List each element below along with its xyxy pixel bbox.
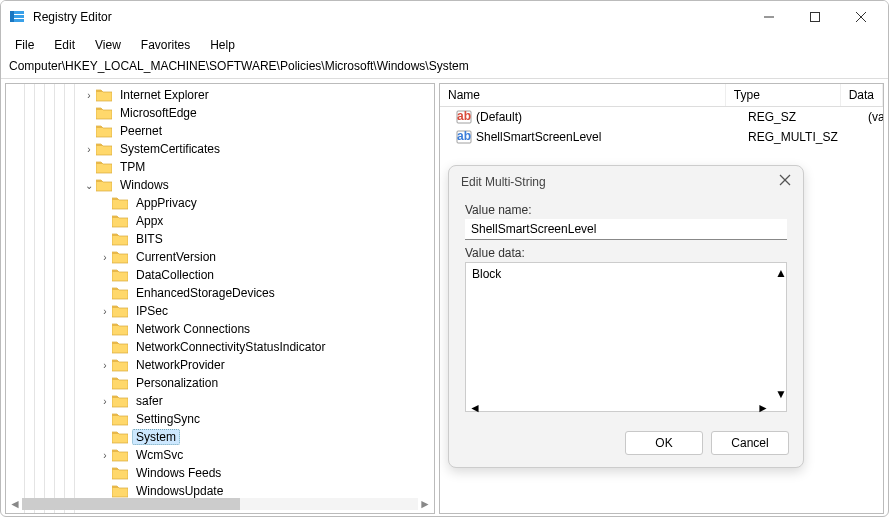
address-bar[interactable]: Computer\HKEY_LOCAL_MACHINE\SOFTWARE\Pol… [1, 57, 888, 79]
list-header: Name Type Data [440, 84, 883, 107]
tree-item-label: Network Connections [132, 321, 254, 337]
menu-file[interactable]: File [5, 36, 44, 54]
scroll-right-icon[interactable]: ► [757, 401, 769, 415]
folder-icon [112, 214, 128, 228]
value-name: ShellSmartScreenLevel [476, 130, 601, 144]
tree-item[interactable]: Peernet [6, 122, 434, 140]
chevron-right-icon[interactable]: › [98, 396, 112, 407]
textarea-vertical-scrollbar[interactable]: ▲ ▼ [773, 266, 785, 395]
tree-item[interactable]: ›safer [6, 392, 434, 410]
tree-item-label: EnhancedStorageDevices [132, 285, 279, 301]
value-icon: ab [456, 129, 472, 145]
tree-item-label: SettingSync [132, 411, 204, 427]
textarea-horizontal-scrollbar[interactable]: ◄ ► [467, 401, 771, 413]
menubar: File Edit View Favorites Help [1, 33, 888, 57]
value-data-label: Value data: [465, 246, 787, 260]
tree-item[interactable]: ›SystemCertificates [6, 140, 434, 158]
tree-item[interactable]: EnhancedStorageDevices [6, 284, 434, 302]
menu-edit[interactable]: Edit [44, 36, 85, 54]
titlebar: Registry Editor [1, 1, 888, 33]
scroll-left-icon[interactable]: ◄ [8, 497, 22, 511]
tree-item[interactable]: ›CurrentVersion [6, 248, 434, 266]
chevron-right-icon[interactable]: › [82, 144, 96, 155]
tree-pane: ›Internet ExplorerMicrosoftEdgePeernet›S… [5, 83, 435, 514]
scroll-right-icon[interactable]: ► [418, 497, 432, 511]
chevron-right-icon[interactable]: › [82, 90, 96, 101]
chevron-down-icon[interactable]: ⌄ [82, 180, 96, 191]
value-name-input[interactable] [465, 219, 787, 240]
folder-icon [112, 466, 128, 480]
folder-icon [96, 178, 112, 192]
scroll-up-icon[interactable]: ▲ [775, 266, 783, 274]
column-name[interactable]: Name [440, 84, 726, 106]
scroll-left-icon[interactable]: ◄ [469, 401, 481, 415]
tree-item-label: MicrosoftEdge [116, 105, 201, 121]
column-type[interactable]: Type [726, 84, 841, 106]
chevron-right-icon[interactable]: › [98, 252, 112, 263]
folder-icon [112, 268, 128, 282]
tree-item-label: IPSec [132, 303, 172, 319]
dialog-close-button[interactable] [779, 174, 791, 189]
tree-item-label: Windows [116, 177, 173, 193]
app-icon [9, 9, 25, 25]
tree-item[interactable]: NetworkConnectivityStatusIndicator [6, 338, 434, 356]
tree-item[interactable]: Personalization [6, 374, 434, 392]
tree-item[interactable]: ›Internet Explorer [6, 86, 434, 104]
folder-icon [112, 484, 128, 498]
maximize-button[interactable] [792, 1, 838, 33]
value-type: REG_MULTI_SZ [740, 129, 860, 145]
tree-item[interactable]: AppPrivacy [6, 194, 434, 212]
tree-item[interactable]: DataCollection [6, 266, 434, 284]
chevron-right-icon[interactable]: › [98, 306, 112, 317]
chevron-right-icon[interactable]: › [98, 450, 112, 461]
tree-item[interactable]: ›IPSec [6, 302, 434, 320]
folder-icon [112, 448, 128, 462]
edit-multistring-dialog: Edit Multi-String Value name: Value data… [448, 165, 804, 468]
tree-item-label: AppPrivacy [132, 195, 201, 211]
tree-item[interactable]: SettingSync [6, 410, 434, 428]
svg-text:ab: ab [457, 109, 471, 123]
list-row[interactable]: ab(Default)REG_SZ(value no [440, 107, 883, 127]
menu-favorites[interactable]: Favorites [131, 36, 200, 54]
folder-icon [112, 196, 128, 210]
menu-view[interactable]: View [85, 36, 131, 54]
tree-item[interactable]: BITS [6, 230, 434, 248]
tree-item-label: TPM [116, 159, 149, 175]
scroll-down-icon[interactable]: ▼ [775, 387, 783, 395]
pane-splitter[interactable] [439, 277, 440, 317]
folder-icon [112, 286, 128, 300]
cancel-button[interactable]: Cancel [711, 431, 789, 455]
folder-icon [96, 88, 112, 102]
menu-help[interactable]: Help [200, 36, 245, 54]
tree-item-label: Personalization [132, 375, 222, 391]
tree-item[interactable]: ›WcmSvc [6, 446, 434, 464]
tree[interactable]: ›Internet ExplorerMicrosoftEdgePeernet›S… [6, 84, 434, 513]
dialog-title: Edit Multi-String [461, 175, 779, 189]
tree-item[interactable]: MicrosoftEdge [6, 104, 434, 122]
folder-icon [96, 124, 112, 138]
tree-item[interactable]: System [6, 428, 434, 446]
tree-item[interactable]: Appx [6, 212, 434, 230]
tree-item[interactable]: ›NetworkProvider [6, 356, 434, 374]
value-name: (Default) [476, 110, 522, 124]
folder-icon [112, 232, 128, 246]
close-button[interactable] [838, 1, 884, 33]
minimize-button[interactable] [746, 1, 792, 33]
list-row[interactable]: abShellSmartScreenLevelREG_MULTI_SZ [440, 127, 883, 147]
tree-horizontal-scrollbar[interactable]: ◄ ► [8, 497, 432, 511]
tree-item[interactable]: ⌄Windows [6, 176, 434, 194]
value-icon: ab [456, 109, 472, 125]
chevron-right-icon[interactable]: › [98, 360, 112, 371]
tree-item[interactable]: Network Connections [6, 320, 434, 338]
ok-button[interactable]: OK [625, 431, 703, 455]
value-data-textarea[interactable] [465, 262, 787, 412]
folder-icon [112, 322, 128, 336]
tree-item[interactable]: Windows Feeds [6, 464, 434, 482]
tree-item[interactable]: TPM [6, 158, 434, 176]
tree-item-label: Peernet [116, 123, 166, 139]
tree-item-label: CurrentVersion [132, 249, 220, 265]
column-data[interactable]: Data [841, 84, 883, 106]
value-data [860, 136, 883, 138]
folder-icon [112, 340, 128, 354]
tree-item-label: DataCollection [132, 267, 218, 283]
